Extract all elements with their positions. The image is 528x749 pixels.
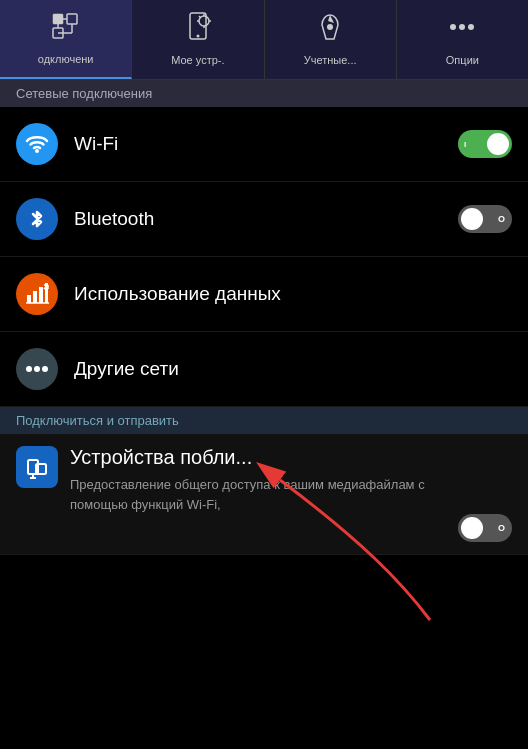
options-icon — [446, 11, 478, 50]
othernets-label: Другие сети — [74, 358, 512, 380]
wifi-label: Wi-Fi — [74, 133, 458, 155]
wifi-row[interactable]: Wi-Fi I — [0, 107, 528, 182]
svg-point-27 — [42, 366, 48, 372]
tab-options[interactable]: Опции — [397, 0, 528, 79]
svg-rect-0 — [53, 14, 63, 24]
svg-point-17 — [459, 24, 465, 30]
tab-mydevice[interactable]: Мое устр-. — [132, 0, 264, 79]
svg-point-25 — [26, 366, 32, 372]
svg-point-16 — [450, 24, 456, 30]
bluetooth-row[interactable]: Bluetooth O — [0, 182, 528, 257]
wifi-toggle-knob — [487, 133, 509, 155]
tab-accounts-label: Учетные... — [304, 54, 357, 67]
nearby-devices-row[interactable]: Устройства побли... Предоставление общег… — [0, 434, 528, 555]
tab-mydevice-label: Мое устр-. — [171, 54, 224, 67]
tab-options-label: Опции — [446, 54, 479, 67]
svg-rect-2 — [67, 14, 77, 24]
datausage-label: Использование данных — [74, 283, 512, 305]
mydevice-icon — [182, 11, 214, 50]
svg-rect-20 — [27, 295, 31, 303]
tab-connections[interactable]: одключени — [0, 0, 132, 79]
nearby-toggle-knob — [461, 517, 483, 539]
svg-point-26 — [34, 366, 40, 372]
section-network-header: Сетевые подключения — [0, 80, 528, 107]
connections-icon — [50, 10, 82, 49]
svg-line-14 — [199, 16, 201, 18]
othernets-icon — [16, 348, 58, 390]
svg-point-15 — [327, 24, 333, 30]
bluetooth-toggle-knob — [461, 208, 483, 230]
svg-point-19 — [35, 149, 39, 153]
wifi-icon — [16, 123, 58, 165]
svg-point-8 — [196, 35, 199, 38]
nearby-icon — [16, 446, 58, 488]
tab-connections-label: одключени — [38, 53, 94, 66]
datausage-icon — [16, 273, 58, 315]
nearby-title: Устройства побли... — [70, 446, 458, 469]
nearby-content: Устройства побли... Предоставление общег… — [70, 446, 458, 514]
svg-rect-21 — [33, 291, 37, 303]
nearby-description: Предоставление общего доступа к вашим ме… — [70, 475, 458, 514]
top-navigation: одключени Мое устр-. — [0, 0, 528, 80]
nearby-toggle-wrap: O — [458, 454, 512, 542]
wifi-toggle[interactable]: I — [458, 130, 512, 158]
bluetooth-toggle[interactable]: O — [458, 205, 512, 233]
svg-rect-22 — [39, 287, 43, 303]
section-connect-header: Подключиться и отправить — [0, 407, 528, 434]
bluetooth-label: Bluetooth — [74, 208, 458, 230]
othernets-row[interactable]: Другие сети — [0, 332, 528, 407]
bluetooth-icon — [16, 198, 58, 240]
svg-point-18 — [468, 24, 474, 30]
nearby-toggle[interactable]: O — [458, 514, 512, 542]
accounts-icon — [314, 11, 346, 50]
tab-accounts[interactable]: Учетные... — [265, 0, 397, 79]
datausage-row[interactable]: Использование данных — [0, 257, 528, 332]
